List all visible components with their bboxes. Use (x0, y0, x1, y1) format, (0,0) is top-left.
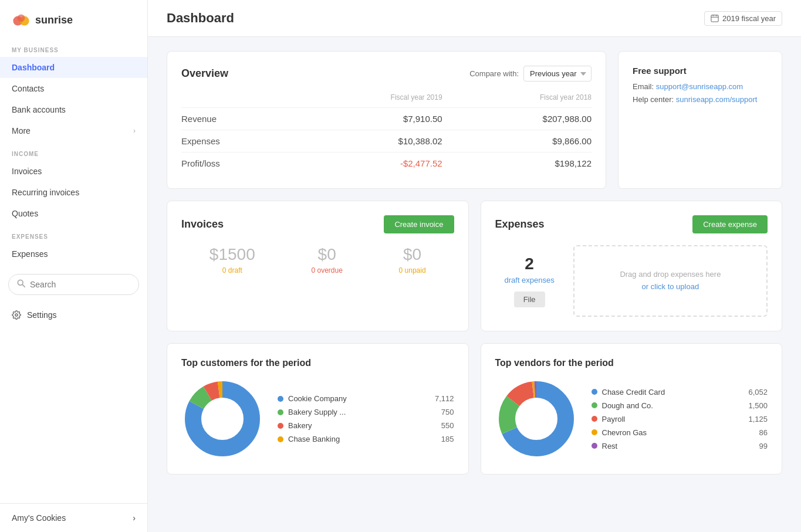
legend-dot (278, 436, 283, 442)
legend-dot (278, 409, 283, 415)
customers-donut-chart (181, 378, 263, 460)
sidebar-item-contacts[interactable]: Contacts (0, 78, 147, 99)
invoice-overdue: $0 0 overdue (311, 245, 342, 275)
overview-header: Overview Compare with: Previous year (181, 66, 592, 82)
sidebar-item-dashboard[interactable]: Dashboard (0, 57, 147, 78)
search-input[interactable] (30, 280, 130, 289)
overview-title: Overview (181, 67, 228, 80)
fiscal-year-badge[interactable]: 2019 fiscal year (704, 11, 782, 26)
invoices-header: Invoices Create invoice (181, 215, 454, 233)
legend-dot (592, 429, 597, 435)
row-label: Expenses (181, 130, 293, 153)
search-icon (17, 279, 25, 290)
svg-point-2 (18, 14, 25, 22)
legend-name: Chase Credit Card (602, 388, 665, 397)
row-val1: $7,910.50 (293, 108, 442, 130)
legend-item: Payroll 1,125 (592, 415, 768, 423)
top-customers-title: Top customers for the period (181, 358, 454, 368)
sidebar-item-quotes[interactable]: Quotes (0, 203, 147, 224)
legend-item: Chase Banking 185 (278, 435, 454, 443)
row-label: Profit/loss (181, 153, 293, 175)
legend-item: Cookie Company 7,112 (278, 394, 454, 403)
legend-value: 1,500 (748, 401, 768, 410)
compare-select[interactable]: Previous year (523, 66, 592, 82)
legend-value: 99 (759, 442, 768, 450)
upload-link: or click to upload (642, 282, 699, 291)
topbar: Dashboard 2019 fiscal year (148, 0, 801, 37)
invoice-overdue-value: $0 (311, 245, 342, 264)
legend-name: Dough and Co. (602, 401, 653, 410)
draft-count: 2 (505, 255, 555, 273)
row-val1: $10,388.02 (293, 130, 442, 153)
row-label: Revenue (181, 108, 293, 130)
legend-item: Bakery 550 (278, 421, 454, 430)
vendors-legend: Chase Credit Card 6,052 Dough and Co. 1,… (592, 388, 768, 450)
svg-point-5 (15, 314, 18, 316)
legend-name: Chevron Gas (602, 428, 647, 437)
legend-dot (278, 423, 283, 429)
main-content: Dashboard 2019 fiscal year Overview Comp… (148, 0, 801, 532)
legend-name: Chase Banking (288, 435, 340, 443)
create-invoice-button[interactable]: Create invoice (384, 215, 454, 233)
legend-dot (592, 416, 597, 422)
invoice-draft-value: $1500 (209, 245, 255, 264)
legend-dot (278, 396, 283, 402)
legend-item: Bakery Supply ... 750 (278, 408, 454, 416)
row-val1: -$2,477.52 (293, 153, 442, 175)
table-row: Revenue $7,910.50 $207,988.00 (181, 108, 592, 130)
svg-line-4 (22, 284, 25, 287)
settings-link[interactable]: Settings (0, 304, 147, 326)
legend-name: Rest (602, 442, 618, 450)
user-account[interactable]: Amy's Cookies › (0, 503, 147, 532)
help-label: Help center: (633, 95, 674, 104)
upload-zone[interactable]: Drag and drop expenses here or click to … (573, 245, 768, 317)
invoice-draft-label: 0 draft (209, 266, 255, 275)
legend-name: Payroll (602, 415, 626, 423)
sidebar-item-expenses[interactable]: Expenses (0, 243, 147, 265)
support-email[interactable]: support@sunriseapp.com (656, 82, 743, 91)
chevron-right-icon-bottom: › (133, 513, 136, 523)
invoices-title: Invoices (181, 218, 224, 231)
legend-dot (592, 389, 597, 395)
sidebar-item-invoices[interactable]: Invoices (0, 161, 147, 182)
sunrise-logo-icon (12, 11, 31, 29)
my-business-label: MY BUSINESS (0, 38, 147, 57)
create-expense-button[interactable]: Create expense (692, 215, 768, 233)
user-name: Amy's Cookies (12, 513, 66, 523)
col2-header: Fiscal year 2018 (442, 93, 592, 108)
invoice-overdue-label: 0 overdue (311, 266, 342, 275)
page-title: Dashboard (167, 11, 234, 26)
top-vendors-title: Top vendors for the period (495, 358, 768, 368)
support-help-url[interactable]: sunriseapp.com/support (676, 95, 758, 104)
row-val2: $198,122 (442, 153, 592, 175)
support-card: Free support Email: support@sunriseapp.c… (618, 51, 782, 189)
legend-item: Dough and Co. 1,500 (592, 401, 768, 410)
invoice-unpaid: $0 0 unpaid (399, 245, 426, 275)
row-val2: $207,988.00 (442, 108, 592, 130)
expenses-body: 2 draft expenses File Drag and drop expe… (495, 245, 768, 317)
top-vendors-body: Chase Credit Card 6,052 Dough and Co. 1,… (495, 378, 768, 460)
file-button[interactable]: File (514, 292, 545, 307)
legend-dot (592, 402, 597, 408)
overview-table: Fiscal year 2019 Fiscal year 2018 Revenu… (181, 93, 592, 174)
sidebar-item-bank-accounts[interactable]: Bank accounts (0, 99, 147, 120)
support-title: Free support (633, 66, 768, 76)
draft-expenses: 2 draft expenses File (495, 245, 564, 317)
legend-value: 6,052 (748, 388, 768, 397)
legend-value: 7,112 (435, 394, 454, 403)
legend-value: 550 (441, 421, 454, 430)
invoice-unpaid-value: $0 (399, 245, 426, 264)
row-val2: $9,866.00 (442, 130, 592, 153)
email-label: Email: (633, 82, 654, 91)
draft-text: draft expenses (505, 276, 555, 284)
top-customers-body: Cookie Company 7,112 Bakery Supply ... 7… (181, 378, 454, 460)
gear-icon (12, 310, 21, 320)
row-charts: Top customers for the period (167, 343, 782, 475)
sidebar-item-more[interactable]: More › (0, 120, 147, 141)
search-bar[interactable] (8, 274, 139, 295)
legend-item: Chase Credit Card 6,052 (592, 388, 768, 397)
sidebar-item-recurring-invoices[interactable]: Recurring invoices (0, 182, 147, 203)
dashboard-content: Overview Compare with: Previous year Fis… (148, 37, 801, 489)
legend-name: Cookie Company (288, 394, 347, 403)
expenses-card: Expenses Create expense 2 draft expenses… (481, 201, 783, 331)
